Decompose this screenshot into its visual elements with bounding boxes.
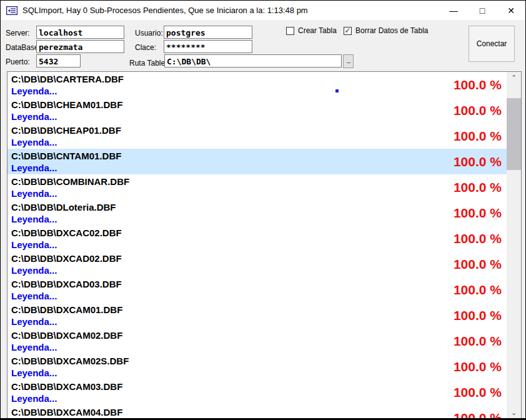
scroll-up-icon[interactable]: ⌃	[507, 72, 521, 83]
progress-percent: 100.0 %	[454, 282, 502, 298]
import-file-list: C:\DB\DB\CARTERA.DBFLeyenda...100.0 %C:\…	[7, 71, 522, 419]
leyenda-link[interactable]: Leyenda...	[11, 264, 507, 277]
crear-tabla-checkbox[interactable]	[286, 27, 294, 35]
progress-percent: 100.0 %	[454, 129, 502, 144]
window-controls: — □ ✕	[439, 1, 525, 20]
list-item[interactable]: C:\DB\DB\DXCAD03.DBFLeyenda...100.0 %	[7, 277, 507, 302]
file-path: C:\DB\DB\CNTAM01.DBF	[11, 150, 507, 162]
scrollbar-thumb[interactable]	[507, 98, 521, 170]
app-icon	[6, 6, 17, 15]
usuario-input[interactable]	[164, 26, 252, 39]
leyenda-link[interactable]: Leyenda...	[11, 136, 507, 149]
database-input[interactable]	[36, 40, 124, 53]
list-item[interactable]: C:\DB\DB\DLoteria.DBFLeyenda...100.0 %	[7, 200, 507, 226]
file-path: C:\DB\DB\DXCAM01.DBF	[11, 304, 507, 316]
ruta-table-label: Ruta Table:	[129, 59, 167, 68]
leyenda-link[interactable]: Leyenda...	[11, 290, 507, 302]
scroll-down-icon[interactable]: ⌄	[507, 407, 521, 418]
leyenda-link[interactable]: Leyenda...	[11, 162, 507, 174]
list-item[interactable]: C:\DB\DB\CARTERA.DBFLeyenda...100.0 %	[7, 72, 507, 98]
file-path: C:\DB\DB\CHEAM01.DBF	[11, 99, 507, 111]
ruta-table-input[interactable]	[164, 54, 342, 68]
list-item[interactable]: C:\DB\DB\DXCAM01.DBFLeyenda...100.0 %	[7, 302, 507, 328]
borrar-datos-checkbox[interactable]: ✓	[344, 27, 352, 35]
progress-percent: 100.0 %	[454, 359, 502, 374]
progress-percent: 100.0 %	[454, 78, 502, 92]
leyenda-link[interactable]: Leyenda...	[11, 213, 507, 226]
connection-form: Server: Usuario: DataBase: Clace: Puerto…	[1, 20, 525, 71]
file-path: C:\DB\DB\DXCAD02.DBF	[11, 252, 507, 264]
leyenda-link[interactable]: Leyenda...	[11, 239, 507, 251]
leyenda-link[interactable]: Leyenda...	[11, 341, 507, 354]
file-path: C:\DB\DB\COMBINAR.DBF	[11, 176, 507, 188]
list-item[interactable]: C:\DB\DB\COMBINAR.DBFLeyenda...100.0 %	[7, 174, 507, 200]
file-path: C:\DB\DB\CARTERA.DBF	[11, 73, 507, 85]
list-item[interactable]: C:\DB\DB\DXCAC02.DBFLeyenda...100.0 %	[7, 226, 507, 251]
puerto-label: Puerto:	[6, 58, 30, 66]
close-button[interactable]: ✕	[497, 1, 525, 20]
minimize-button[interactable]: —	[439, 1, 468, 20]
progress-percent: 100.0 %	[454, 257, 502, 272]
file-rows: C:\DB\DB\CARTERA.DBFLeyenda...100.0 %C:\…	[7, 72, 507, 418]
usuario-label: Usuario:	[135, 29, 163, 38]
title-bar: SQLImport, Hay 0 Sub-Procesos Pendientes…	[1, 1, 525, 20]
leyenda-link[interactable]: Leyenda...	[11, 367, 507, 379]
leyenda-link[interactable]: Leyenda...	[11, 111, 507, 123]
file-path: C:\DB\DB\DXCAM03.DBF	[11, 381, 507, 392]
file-path: C:\DB\DB\DXCAC02.DBF	[11, 227, 507, 239]
file-path: C:\DB\DB\DXCAM02S.DBF	[11, 355, 507, 367]
file-path: C:\DB\DB\DXCAM02.DBF	[11, 329, 507, 341]
leyenda-link[interactable]: Leyenda...	[11, 392, 507, 405]
progress-percent: 100.0 %	[454, 385, 502, 400]
progress-percent: 100.0 %	[454, 154, 502, 169]
file-path: C:\DB\DB\DLoteria.DBF	[11, 201, 507, 213]
list-item[interactable]: C:\DB\DB\DXCAD02.DBFLeyenda...100.0 %	[7, 251, 507, 277]
database-label: DataBase:	[6, 43, 41, 52]
list-item[interactable]: C:\DB\DB\CHEAM01.DBFLeyenda...100.0 %	[7, 98, 507, 123]
maximize-button[interactable]: □	[468, 1, 497, 20]
clace-input[interactable]	[164, 40, 252, 53]
progress-percent: 100.0 %	[454, 103, 502, 118]
browse-button[interactable]: ....	[343, 54, 354, 68]
list-item[interactable]: C:\DB\DB\DXCAM04.DBFLeyenda...100.0 %	[7, 405, 507, 418]
list-item[interactable]: C:\DB\DB\CHEAP01.DBFLeyenda...100.0 %	[7, 123, 507, 149]
file-path: C:\DB\DB\DXCAD03.DBF	[11, 278, 507, 290]
server-input[interactable]	[36, 26, 124, 39]
list-item[interactable]: C:\DB\DB\DXCAM03.DBFLeyenda...100.0 %	[7, 379, 507, 405]
progress-percent: 100.0 %	[454, 180, 502, 195]
leyenda-link[interactable]: Leyenda...	[11, 85, 507, 98]
progress-percent: 100.0 %	[454, 308, 502, 323]
crear-tabla-checkbox-row: Crear Tabla	[286, 26, 337, 35]
progress-percent: 100.0 %	[454, 231, 502, 246]
leyenda-link[interactable]: Leyenda...	[11, 188, 507, 200]
file-path: C:\DB\DB\DXCAM04.DBF	[11, 406, 507, 418]
list-item[interactable]: C:\DB\DB\DXCAM02S.DBFLeyenda...100.0 %	[7, 354, 507, 379]
puerto-input[interactable]	[36, 54, 81, 68]
conectar-button[interactable]: Conectar	[469, 26, 515, 62]
list-item[interactable]: C:\DB\DB\DXCAM02.DBFLeyenda...100.0 %	[7, 328, 507, 354]
file-path: C:\DB\DB\CHEAP01.DBF	[11, 124, 507, 136]
progress-percent: 100.0 %	[454, 334, 502, 349]
server-label: Server:	[6, 29, 30, 38]
clace-label: Clace:	[135, 43, 156, 52]
leyenda-link[interactable]: Leyenda...	[11, 316, 507, 328]
borrar-datos-checkbox-row: ✓ Borrar Datos de Tabla	[344, 26, 429, 35]
crear-tabla-label: Crear Tabla	[298, 26, 337, 35]
app-window: SQLImport, Hay 0 Sub-Procesos Pendientes…	[0, 0, 526, 420]
window-title: SQLImport, Hay 0 Sub-Procesos Pendientes…	[22, 6, 308, 15]
list-item[interactable]: C:\DB\DB\CNTAM01.DBFLeyenda...100.0 %	[7, 149, 507, 174]
stray-cursor-dot	[335, 89, 339, 92]
progress-percent: 100.0 %	[454, 206, 502, 221]
vertical-scrollbar[interactable]: ⌃ ⌄	[507, 72, 521, 418]
progress-percent: 100.0 %	[454, 411, 502, 419]
borrar-datos-label: Borrar Datos de Tabla	[355, 26, 429, 35]
